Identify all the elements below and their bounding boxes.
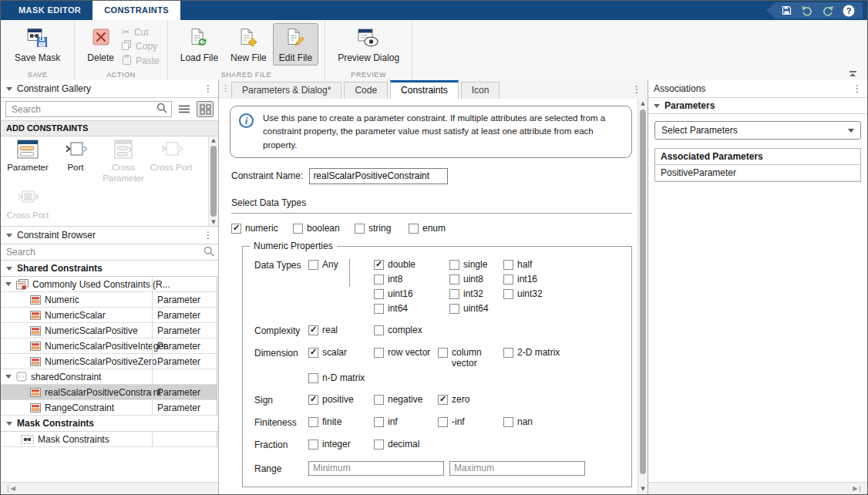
range-minimum-input[interactable]	[308, 461, 444, 476]
expander-icon[interactable]	[5, 375, 12, 379]
browser-menu-icon[interactable]: ⋮	[204, 231, 213, 240]
redo-icon[interactable]	[822, 5, 834, 17]
tree-row-numericscalarpositivezero[interactable]: NumericScalarPositiveZero Parameter	[1, 354, 217, 369]
checkbox-real[interactable]: real	[308, 325, 374, 335]
checkbox-int16[interactable]: int16	[503, 274, 543, 285]
checkbox-box[interactable]	[308, 373, 318, 383]
gallery-item-parameter[interactable]: Parameter	[4, 140, 52, 184]
checkbox-box[interactable]	[231, 224, 241, 234]
checkbox-box[interactable]	[374, 439, 384, 450]
tab-code[interactable]: Code	[344, 82, 388, 99]
scroll-right-icon[interactable]: ▶❘	[853, 485, 863, 492]
checkbox-complex[interactable]: complex	[374, 325, 422, 335]
paste-button[interactable]: Paste	[122, 55, 160, 67]
checkbox-row-vector[interactable]: row vector	[374, 347, 438, 369]
checkbox-box[interactable]	[293, 224, 303, 234]
scroll-thumb[interactable]	[210, 146, 217, 217]
checkbox-any[interactable]: Any	[308, 259, 349, 270]
checkbox-box[interactable]	[438, 348, 448, 358]
tab-mask-editor[interactable]: MASK EDITOR	[7, 1, 93, 20]
gallery-item-cross-port[interactable]: Cross Port	[147, 140, 195, 184]
select-parameters-dropdown[interactable]: Select Parameters	[654, 121, 861, 140]
checkbox-half[interactable]: half	[503, 259, 543, 270]
checkbox-box[interactable]	[308, 395, 318, 405]
checkbox-box[interactable]	[449, 260, 459, 270]
checkbox-box[interactable]	[374, 348, 384, 358]
tree-row-rangeconstraint[interactable]: RangeConstraint Parameter	[1, 400, 217, 416]
checkbox-decimal[interactable]: decimal	[374, 439, 419, 450]
checkbox-negative[interactable]: negative	[374, 394, 438, 405]
checkbox-boolean[interactable]: boolean	[293, 223, 355, 234]
checkbox-box[interactable]	[355, 224, 365, 234]
checkbox-box[interactable]	[503, 274, 513, 285]
checkbox-box[interactable]	[308, 260, 318, 270]
tree-row-realscalarpositiveconstraint[interactable]: realScalarPositiveConstraint Parameter	[1, 385, 217, 400]
list-view-button[interactable]	[176, 101, 193, 117]
tab-constraints-doc[interactable]: Constraints	[390, 80, 459, 99]
shared-constraints-section[interactable]: Shared Constraints	[1, 261, 218, 277]
scroll-up-icon[interactable]: ▲	[209, 137, 218, 143]
checkbox-box[interactable]	[374, 274, 384, 285]
collapse-shared-icon[interactable]	[6, 267, 12, 271]
tabbar-menu-icon[interactable]: ⋮	[632, 85, 641, 94]
associations-menu-icon[interactable]: ⋮	[853, 84, 862, 93]
mask-constraints-section[interactable]: Mask Constraints	[1, 416, 218, 432]
checkbox-finite[interactable]: finite	[308, 416, 374, 427]
tree-row-mask-constraints[interactable]: Mask Constraints	[1, 432, 217, 447]
range-maximum-input[interactable]	[449, 461, 585, 476]
checkbox-box[interactable]	[449, 289, 459, 299]
right-horizontal-scrollbar[interactable]: ▶❘	[648, 482, 867, 494]
checkbox-double[interactable]: double	[374, 259, 449, 270]
checkbox-uint32[interactable]: uint32	[503, 288, 543, 299]
checkbox-single[interactable]: single	[449, 259, 503, 270]
checkbox-box[interactable]	[374, 417, 384, 427]
scroll-down-icon[interactable]: ▼	[638, 486, 648, 492]
checkbox-scalar[interactable]: scalar	[308, 347, 374, 369]
expander-icon[interactable]	[5, 282, 12, 286]
checkbox-enum[interactable]: enum	[409, 223, 446, 234]
checkbox-neg-inf[interactable]: -inf	[438, 416, 503, 427]
gallery-menu-icon[interactable]: ⋮	[204, 84, 213, 93]
save-icon[interactable]	[780, 5, 792, 17]
gallery-item-cross-port-2[interactable]: Cross Port	[4, 187, 52, 221]
copy-button[interactable]: Copy	[122, 40, 160, 52]
undo-icon[interactable]	[801, 5, 813, 17]
gallery-search-box[interactable]	[5, 101, 172, 117]
checkbox-box[interactable]	[374, 395, 384, 405]
grid-view-button[interactable]	[197, 101, 214, 117]
parameters-section[interactable]: Parameters	[648, 98, 867, 114]
scroll-left-icon[interactable]: ❘◀	[5, 485, 15, 492]
editor-scrollbar[interactable]: ▲ ▼	[638, 99, 648, 494]
checkbox-box[interactable]	[308, 439, 318, 450]
help-icon[interactable]: ?	[843, 5, 855, 17]
checkbox-box[interactable]	[374, 304, 384, 314]
scroll-up-icon[interactable]: ▲	[638, 100, 648, 106]
checkbox-nd-matrix[interactable]: n-D matrix	[308, 372, 560, 383]
scroll-down-icon[interactable]: ▼	[209, 219, 218, 225]
checkbox-uint16[interactable]: uint16	[374, 288, 449, 299]
checkbox-box[interactable]	[449, 274, 459, 285]
collapse-mask-icon[interactable]	[6, 422, 12, 426]
new-file-button[interactable]: New File	[224, 23, 273, 66]
checkbox-int8[interactable]: int8	[374, 274, 449, 285]
checkbox-box[interactable]	[503, 289, 513, 299]
tab-parameters-dialog[interactable]: Parameters & Dialog*	[231, 82, 341, 99]
left-horizontal-scrollbar[interactable]: ❘◀	[1, 482, 218, 494]
checkbox-positive[interactable]: positive	[308, 394, 374, 405]
checkbox-box[interactable]	[438, 395, 448, 405]
checkbox-box[interactable]	[374, 325, 384, 335]
checkbox-uint64[interactable]: uint64	[449, 303, 503, 314]
gallery-item-port[interactable]: Port	[52, 140, 99, 184]
checkbox-int32[interactable]: int32	[449, 288, 503, 299]
collapse-gallery-icon[interactable]	[6, 87, 12, 91]
gallery-search-input[interactable]	[10, 103, 156, 116]
edit-file-button[interactable]: Edit File	[273, 23, 318, 66]
scroll-thumb[interactable]	[640, 109, 646, 474]
save-mask-button[interactable]: Save Mask	[8, 23, 66, 66]
checkbox-box[interactable]	[503, 260, 513, 270]
load-file-button[interactable]: Load File	[174, 23, 224, 66]
checkbox-box[interactable]	[503, 348, 513, 358]
checkbox-box[interactable]	[438, 417, 448, 427]
tree-row-numericscalarpositiveinteger[interactable]: NumericScalarPositiveInteger Parameter	[1, 338, 217, 354]
gallery-scrollbar[interactable]: ▲ ▼	[208, 136, 218, 226]
